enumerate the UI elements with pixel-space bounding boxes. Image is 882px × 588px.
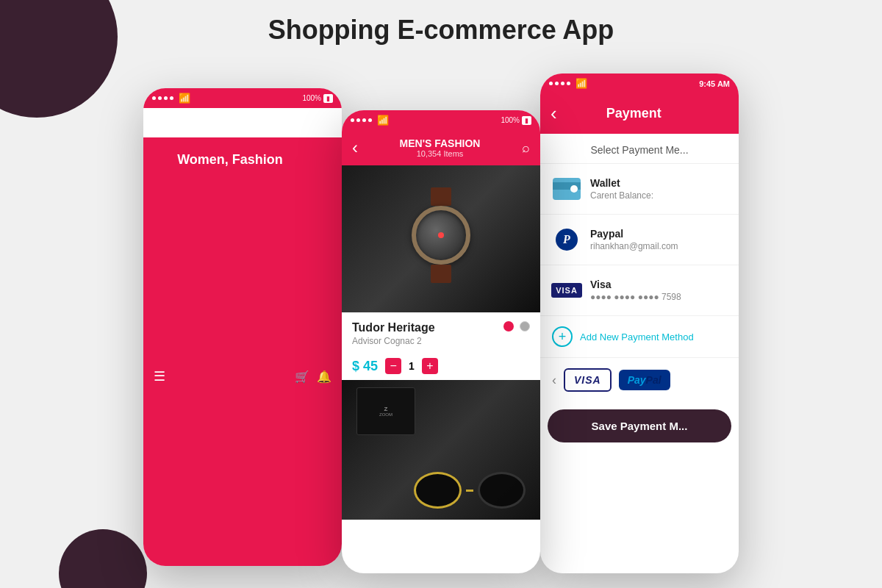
phone-mens-fashion: 📶 100% ▮ ‹ MEN'S FASHION 10,354 Items ⌕	[342, 110, 540, 573]
wallet-info: Wallet Carent Balance:	[590, 177, 727, 201]
wallet-icon	[552, 174, 581, 204]
watch-product-image	[342, 165, 540, 312]
sunglasses-render	[414, 472, 526, 509]
phone2-header-center: MEN'S FASHION 10,354 Items	[358, 137, 522, 158]
wallet-name: Wallet	[590, 177, 727, 189]
sunglasses-box: Z ZOOM	[356, 387, 415, 435]
payment-method-visa[interactable]: VISA Visa ●●●● ●●●● ●●●● 7598	[540, 265, 739, 316]
phone3-signal: 📶	[549, 78, 587, 89]
paypal-card-logo[interactable]: PayPal	[619, 370, 670, 390]
menu-icon[interactable]: ☰	[154, 368, 165, 384]
paypal-icon: P	[552, 225, 581, 254]
cart-icon[interactable]: 🛒	[295, 370, 309, 384]
phone1-header: ☰ Women, Fashion 🛒 🔔	[143, 137, 342, 566]
visa-detail: ●●●● ●●●● ●●●● 7598	[590, 292, 727, 302]
mens-fashion-title: MEN'S FASHION	[358, 137, 522, 149]
phone-women-fashion: 📶 100% ▮ ☰ Women, Fashion 🛒 🔔	[143, 88, 342, 566]
payment-back-button[interactable]: ‹	[551, 102, 557, 125]
visa-name: Visa	[590, 279, 727, 290]
phone-payment: 📶 9:45 AM ‹ Payment Select Payment Me...	[540, 74, 739, 573]
add-payment-method[interactable]: + Add New Payment Method	[540, 316, 739, 358]
paypal-detail: rihankhan@gmail.com	[590, 241, 727, 251]
phone2-status-bar: 📶 100% ▮	[342, 110, 540, 130]
quantity-value: 1	[409, 360, 415, 372]
phone2-header: ‹ MEN'S FASHION 10,354 Items ⌕	[342, 130, 540, 165]
quantity-plus[interactable]: +	[422, 358, 438, 374]
phone1-battery: 100% ▮	[302, 94, 333, 103]
phone3-time: 9:45 AM	[699, 79, 730, 88]
phone1-header-icons: 🛒 🔔	[295, 370, 331, 384]
sunglasses-product-image: Z ZOOM	[342, 380, 540, 520]
paypal-name: Paypal	[590, 228, 727, 240]
save-payment-button[interactable]: Save Payment M...	[548, 409, 731, 442]
phone3-header: ‹ Payment	[540, 93, 739, 134]
color-gray[interactable]	[520, 321, 530, 331]
product1-name: Tudor Heritage	[352, 321, 435, 334]
back-button[interactable]: ‹	[352, 137, 358, 158]
phone1-signal: 📶	[152, 93, 190, 104]
card-logos-row: ‹ VISA PayPal	[540, 358, 739, 402]
phones-container: 📶 100% ▮ ☰ Women, Fashion 🛒 🔔	[0, 59, 882, 588]
phone1-title: Women, Fashion	[177, 152, 283, 566]
visa-card-logo[interactable]: VISA	[564, 368, 612, 392]
page-title: Shopping E-commerce App	[0, 15, 882, 46]
product1-price-row: $ 45 − 1 +	[342, 352, 540, 380]
search-icon[interactable]: ⌕	[522, 140, 530, 156]
phone1-status-bar: 📶 100% ▮	[143, 88, 342, 108]
add-circle-icon: +	[552, 326, 573, 347]
phone2-signal: 📶	[351, 115, 389, 126]
color-red[interactable]	[503, 321, 514, 331]
color-options	[503, 321, 530, 331]
payment-method-paypal[interactable]: P Paypal rihankhan@gmail.com	[540, 215, 739, 265]
product1-info: Tudor Heritage Advisor Cognac 2	[342, 312, 540, 352]
payment-body: Select Payment Me... Wallet Carent Balan…	[540, 134, 739, 442]
wallet-detail: Carent Balance:	[590, 190, 727, 201]
quantity-minus[interactable]: −	[385, 358, 401, 374]
phone2-battery: 100% ▮	[501, 116, 531, 125]
product1-subtitle: Advisor Cognac 2	[352, 336, 435, 346]
visa-icon: VISA	[552, 276, 581, 305]
payment-title: Payment	[606, 106, 662, 121]
bell-icon[interactable]: 🔔	[317, 370, 331, 384]
select-payment-title: Select Payment Me...	[540, 134, 739, 164]
items-count: 10,354 Items	[358, 149, 522, 158]
payment-method-wallet[interactable]: Wallet Carent Balance:	[540, 164, 739, 215]
visa-info: Visa ●●●● ●●●● ●●●● 7598	[590, 279, 727, 302]
cards-nav-arrow[interactable]: ‹	[552, 373, 556, 388]
phone3-status-bar: 📶 9:45 AM	[540, 74, 739, 93]
watch-render	[404, 187, 478, 290]
product1-price: $ 45	[352, 359, 378, 374]
paypal-info: Paypal rihankhan@gmail.com	[590, 228, 727, 251]
add-payment-label: Add New Payment Method	[580, 331, 694, 343]
